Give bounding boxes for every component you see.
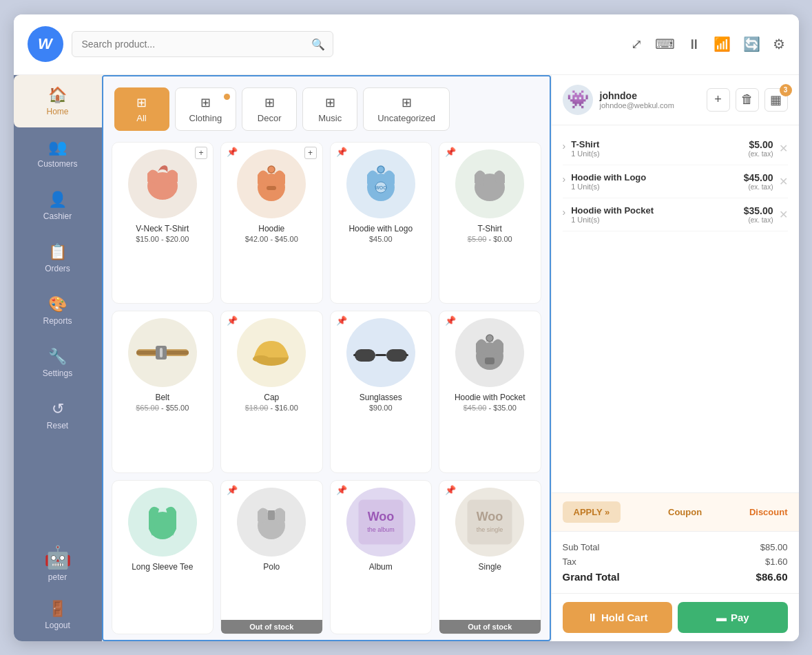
product-img-cap xyxy=(237,318,306,387)
settings-icon[interactable]: ⚙ xyxy=(773,36,785,52)
apply-button[interactable]: APPLY » xyxy=(563,501,621,523)
app-logo[interactable]: W xyxy=(28,26,63,62)
product-card-hoodie[interactable]: 📌 + Hoodie $42.00 - $45.00 xyxy=(220,142,323,304)
cart-item-hoodie-pocket: › Hoodie with Pocket 1 Unit(s) $35.00 (e… xyxy=(563,198,788,231)
reset-icon: ↺ xyxy=(52,400,64,418)
tax-label: Tax xyxy=(563,557,576,567)
product-img-album: Woothe album xyxy=(346,488,415,557)
hold-cart-button[interactable]: ⏸ Hold Cart xyxy=(563,602,673,633)
cart-item-main-price-hoodie-logo: $45.00 xyxy=(744,172,773,183)
sidebar-item-orders[interactable]: 📋 Orders xyxy=(14,232,102,284)
search-input[interactable] xyxy=(72,31,333,57)
expand-tshirt[interactable]: › xyxy=(563,141,566,152)
product-price-hoodie: $42.00 - $45.00 xyxy=(245,235,298,243)
reports-icon: 🎨 xyxy=(48,295,67,313)
remove-hoodie-pocket-button[interactable]: ✕ xyxy=(779,208,788,221)
product-card-vneck[interactable]: + V-Neck T-Shirt $15.00 - $20.00 xyxy=(112,142,214,304)
expand-hoodie-pocket[interactable]: › xyxy=(563,207,566,218)
clothing-dot xyxy=(224,94,230,100)
remove-hoodie-logo-button[interactable]: ✕ xyxy=(779,175,788,188)
customers-icon: 👥 xyxy=(48,138,67,156)
svg-rect-12 xyxy=(160,348,163,357)
cart-item-tshirt: › T-Shirt 1 Unit(s) $5.00 (ex. tax) ✕ xyxy=(563,132,788,165)
product-card-tshirt[interactable]: 📌 T-Shirt $5.00 - $0.00 xyxy=(439,142,541,304)
wifi-icon[interactable]: 📶 xyxy=(714,36,731,52)
product-price-tshirt: $5.00 - $0.00 xyxy=(468,235,512,243)
sidebar-item-cashier[interactable]: 👤 Cashier xyxy=(14,180,102,232)
user-name: johndoe xyxy=(600,90,700,101)
sidebar-item-home[interactable]: 🏠 Home xyxy=(14,75,102,127)
settings-sidebar-icon: 🔧 xyxy=(48,348,67,366)
product-card-long-tee[interactable]: Long Sleeve Tee xyxy=(112,480,214,634)
grand-total-value: $86.60 xyxy=(756,571,788,583)
sidebar-item-customers[interactable]: 👥 Customers xyxy=(14,127,102,180)
product-img-single: Woothe single xyxy=(455,488,524,557)
product-price-hoodie-pocket: $45.00 - $35.00 xyxy=(464,404,517,412)
svg-text:Woo: Woo xyxy=(477,510,503,523)
svg-rect-15 xyxy=(355,349,375,362)
sidebar-item-reset[interactable]: ↺ Reset xyxy=(14,389,102,441)
svg-text:the single: the single xyxy=(477,526,503,533)
keyboard-icon[interactable]: ⌨ xyxy=(655,36,675,52)
product-card-album[interactable]: 📌 Woothe album Album xyxy=(330,480,433,634)
svg-rect-16 xyxy=(386,349,407,362)
sidebar: 🏠 Home 👥 Customers 👤 Cashier 📋 Orders 🎨 … xyxy=(14,75,102,641)
sidebar-logout-label: Logout xyxy=(45,621,70,630)
remove-tshirt-button[interactable]: ✕ xyxy=(779,142,788,155)
expand-hoodie-logo[interactable]: › xyxy=(563,174,566,185)
sidebar-item-reports[interactable]: 🎨 Reports xyxy=(14,284,102,337)
delete-cart-button[interactable]: 🗑 xyxy=(736,88,759,112)
sidebar-item-logout[interactable]: 🚪 Logout xyxy=(39,589,77,641)
category-clothing[interactable]: ⊞ Clothing xyxy=(175,87,237,131)
svg-rect-19 xyxy=(406,354,408,356)
refresh-icon[interactable]: 🔄 xyxy=(743,36,760,52)
product-card-sunglasses[interactable]: 📌 Sunglasses $90.00 xyxy=(330,311,433,473)
product-name-hoodie-logo: Hoodie with Logo xyxy=(348,224,413,233)
pay-button[interactable]: ▬ Pay xyxy=(678,602,788,633)
barcode-button[interactable]: ▦ 3 xyxy=(764,88,788,112)
cart-item-main-price-hoodie-pocket: $35.00 xyxy=(744,205,773,216)
out-of-stock-polo: Out of stock xyxy=(221,620,322,634)
pay-label: Pay xyxy=(731,612,749,623)
product-img-hoodie xyxy=(237,149,306,218)
orders-icon: 📋 xyxy=(48,243,67,261)
cart-badge: 3 xyxy=(780,84,792,96)
category-bar: ⊞ All ⊞ Clothing ⊞ Decor ⊞ Music ⊞ xyxy=(103,76,550,136)
peter-name: peter xyxy=(48,572,67,582)
product-img-polo xyxy=(237,488,306,557)
category-decor-label: Decor xyxy=(258,113,282,123)
search-bar: 🔍 xyxy=(72,31,333,57)
product-card-single[interactable]: 📌 Woothe single Single Out of stock xyxy=(439,480,541,634)
grand-total-row: Grand Total $86.60 xyxy=(563,569,788,585)
pause-icon[interactable]: ⏸ xyxy=(687,37,701,52)
add-vneck-icon[interactable]: + xyxy=(195,147,207,159)
peter-user-section: 🤖 peter xyxy=(39,537,77,589)
cart-item-hoodie-logo: › Hoodie with Logo 1 Unit(s) $45.00 (ex.… xyxy=(563,165,788,198)
add-hoodie-icon[interactable]: + xyxy=(304,147,317,159)
add-customer-button[interactable]: + xyxy=(707,88,730,112)
product-card-cap[interactable]: 📌 Cap $18.00 - $16.00 xyxy=(220,311,323,473)
category-music[interactable]: ⊞ Music xyxy=(302,87,357,131)
coupon-row: APPLY » Coupon Discount xyxy=(552,492,799,531)
sub-total-value: $85.00 xyxy=(760,542,788,552)
product-card-hoodie-logo[interactable]: 📌 WOO Hoodie with Logo $45.00 xyxy=(330,142,433,304)
product-name-vneck: V-Neck T-Shirt xyxy=(136,224,189,233)
product-card-hoodie-pocket[interactable]: 📌 Hoodie with Pocket $45.00 - $35.00 xyxy=(439,311,541,473)
expand-icon[interactable]: ⤢ xyxy=(631,36,643,52)
cart-actions: + 🗑 ▦ 3 xyxy=(707,88,788,112)
product-name-belt: Belt xyxy=(155,393,169,402)
sidebar-bottom: 🤖 peter 🚪 Logout xyxy=(39,537,77,641)
totals-section: Sub Total $85.00 Tax $1.60 Grand Total $… xyxy=(552,531,799,593)
top-bar-icons: ⤢ ⌨ ⏸ 📶 🔄 ⚙ xyxy=(631,36,785,52)
category-clothing-label: Clothing xyxy=(189,113,222,123)
category-uncategorized[interactable]: ⊞ Uncategorized xyxy=(363,87,450,131)
product-card-polo[interactable]: 📌 Polo Out of stock xyxy=(220,480,323,634)
category-decor[interactable]: ⊞ Decor xyxy=(242,87,297,131)
product-card-belt[interactable]: Belt $65.00 - $55.00 xyxy=(112,311,214,473)
sub-total-label: Sub Total xyxy=(563,542,600,552)
product-price-belt: $65.00 - $55.00 xyxy=(136,404,189,412)
cart-item-price-hoodie-pocket: $35.00 (ex. tax) xyxy=(744,205,773,224)
sidebar-item-settings[interactable]: 🔧 Settings xyxy=(14,337,102,389)
peter-avatar: 🤖 xyxy=(44,544,72,570)
category-all[interactable]: ⊞ All xyxy=(114,87,169,131)
